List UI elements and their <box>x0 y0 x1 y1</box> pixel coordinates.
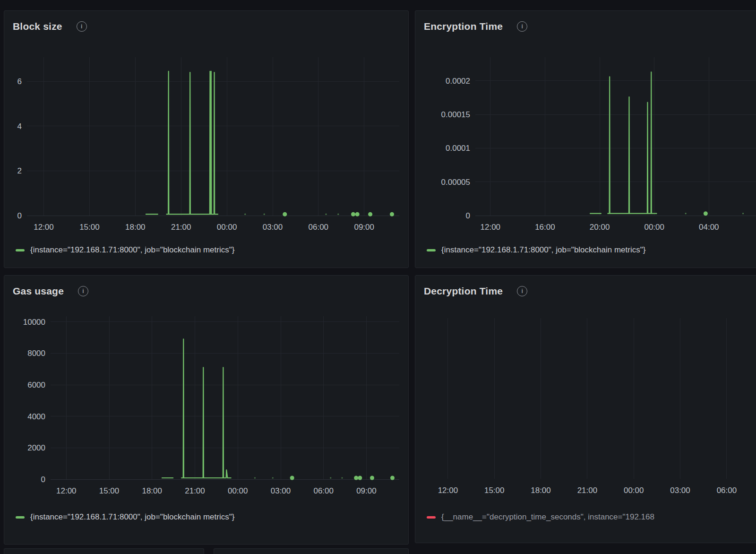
y-tick-label: 0 <box>41 475 45 484</box>
legend-series-label[interactable]: {__name__="decryption_time_seconds", ins… <box>441 512 654 522</box>
y-tick-label: 4 <box>17 122 22 131</box>
data-point <box>704 211 708 216</box>
series-line <box>608 72 656 213</box>
x-tick-label: 18:00 <box>125 223 146 232</box>
panel-title: Block size <box>13 20 62 33</box>
x-tick-label: 03:00 <box>263 223 283 232</box>
x-tick-label: 18:00 <box>531 486 551 495</box>
next-row-panel-stub <box>4 548 204 554</box>
minor-data-point <box>272 477 274 478</box>
x-tick-label: 15:00 <box>79 223 100 232</box>
x-tick-label: 20:00 <box>590 223 610 232</box>
x-tick-label: 16:00 <box>535 223 555 232</box>
x-tick-label: 18:00 <box>142 486 162 495</box>
data-point <box>283 212 287 216</box>
x-tick-label: 15:00 <box>99 486 120 495</box>
minor-data-point <box>341 477 343 478</box>
x-tick-label: 00:00 <box>228 486 248 495</box>
x-tick-label: 00:00 <box>644 223 664 232</box>
panel-header[interactable]: Gas usage i <box>4 276 408 298</box>
panel-decryption-time: Decryption Time i 12:0015:0018:0021:0000… <box>415 275 756 543</box>
grafana-dashboard: { "colors": { "page_bg": "#111217", "pan… <box>0 0 756 554</box>
info-circle-icon[interactable]: i <box>78 286 88 296</box>
minor-data-point <box>685 213 687 214</box>
y-tick-label: 0 <box>17 211 22 220</box>
decryption-time-chart[interactable]: 12:0015:0018:0021:0000:0003:0006:00 <box>415 304 756 512</box>
y-tick-label: 0 <box>466 211 470 220</box>
y-tick-label: 8000 <box>27 349 45 358</box>
x-tick-label: 15:00 <box>484 486 505 495</box>
minor-data-point <box>742 213 744 214</box>
block-size-chart[interactable]: 024612:0015:0018:0021:0000:0003:0006:000… <box>4 44 408 247</box>
legend-row: {__name__="decryption_time_seconds", ins… <box>427 512 756 522</box>
x-tick-label: 12:00 <box>34 223 54 232</box>
panel-gas-usage: Gas usage i 020004000600080001000012:001… <box>4 275 409 545</box>
x-tick-label: 03:00 <box>670 486 690 495</box>
panel-header[interactable]: Decryption Time i <box>415 276 756 298</box>
y-tick-label: 0.00015 <box>441 110 470 119</box>
x-tick-label: 00:00 <box>624 486 644 495</box>
x-tick-label: 21:00 <box>171 223 191 232</box>
data-point <box>358 476 362 480</box>
minor-data-point <box>254 477 256 478</box>
y-tick-label: 6000 <box>27 381 45 390</box>
data-point <box>390 476 395 480</box>
panel-title: Encryption Time <box>424 20 503 33</box>
data-point <box>290 476 294 480</box>
data-point <box>390 212 394 216</box>
legend-series-label[interactable]: {instance="192.168.1.71:8000", job="bloc… <box>30 245 234 255</box>
x-tick-label: 00:00 <box>217 223 237 232</box>
panel-block-size: Block size i 024612:0015:0018:0021:0000:… <box>4 10 409 268</box>
info-circle-icon[interactable]: i <box>77 21 87 32</box>
legend-series-label[interactable]: {instance="192.168.1.71:8000", job="bloc… <box>30 512 234 522</box>
y-tick-label: 0.00005 <box>441 178 470 187</box>
x-tick-label: 21:00 <box>577 486 598 495</box>
legend-swatch <box>427 516 436 519</box>
data-point <box>368 212 372 216</box>
x-tick-label: 06:00 <box>717 486 737 495</box>
y-tick-label: 10000 <box>23 318 45 327</box>
minor-data-point <box>264 214 265 215</box>
legend-swatch <box>16 516 25 519</box>
y-tick-label: 0.0002 <box>446 77 470 86</box>
legend-series-label[interactable]: {instance="192.168.1.71:8000", job="bloc… <box>441 245 645 255</box>
minor-data-point <box>325 214 326 215</box>
x-tick-label: 12:00 <box>56 486 77 495</box>
panel-header[interactable]: Block size i <box>4 11 408 34</box>
data-point <box>355 212 360 216</box>
info-circle-icon[interactable]: i <box>517 21 527 32</box>
series-line <box>167 71 218 214</box>
legend-swatch <box>427 249 436 251</box>
minor-data-point <box>330 477 331 478</box>
legend-row: {instance="192.168.1.71:8000", job="bloc… <box>427 245 756 255</box>
panel-title: Decryption Time <box>424 285 503 297</box>
minor-data-point <box>337 214 339 215</box>
y-tick-label: 6 <box>17 77 22 86</box>
x-tick-label: 09:00 <box>356 486 377 495</box>
next-row-panel-stub <box>214 548 409 554</box>
legend-swatch <box>16 249 25 251</box>
series-line <box>181 339 231 478</box>
legend-row: {instance="192.168.1.71:8000", job="bloc… <box>16 245 403 255</box>
data-point <box>354 476 358 480</box>
x-tick-label: 04:00 <box>699 223 719 232</box>
info-circle-icon[interactable]: i <box>517 286 527 296</box>
gas-usage-chart[interactable]: 020004000600080001000012:0015:0018:0021:… <box>4 304 408 512</box>
x-tick-label: 21:00 <box>185 486 205 495</box>
x-tick-label: 12:00 <box>438 486 458 495</box>
data-point <box>370 476 374 480</box>
data-point <box>351 212 355 216</box>
y-tick-label: 4000 <box>27 412 45 421</box>
encryption-time-chart[interactable]: 00.000050.00010.000150.000212:0016:0020:… <box>415 44 756 247</box>
minor-data-point <box>244 214 246 215</box>
y-tick-label: 0.0001 <box>446 144 470 153</box>
x-tick-label: 03:00 <box>271 486 291 495</box>
x-tick-label: 12:00 <box>481 223 501 232</box>
panel-encryption-time: Encryption Time i 00.000050.00010.000150… <box>415 10 756 268</box>
x-tick-label: 09:00 <box>354 223 374 232</box>
x-tick-label: 06:00 <box>309 223 329 232</box>
y-tick-label: 2 <box>17 166 22 175</box>
legend-row: {instance="192.168.1.71:8000", job="bloc… <box>16 512 403 522</box>
panel-header[interactable]: Encryption Time i <box>415 11 756 34</box>
panel-title: Gas usage <box>13 285 64 297</box>
